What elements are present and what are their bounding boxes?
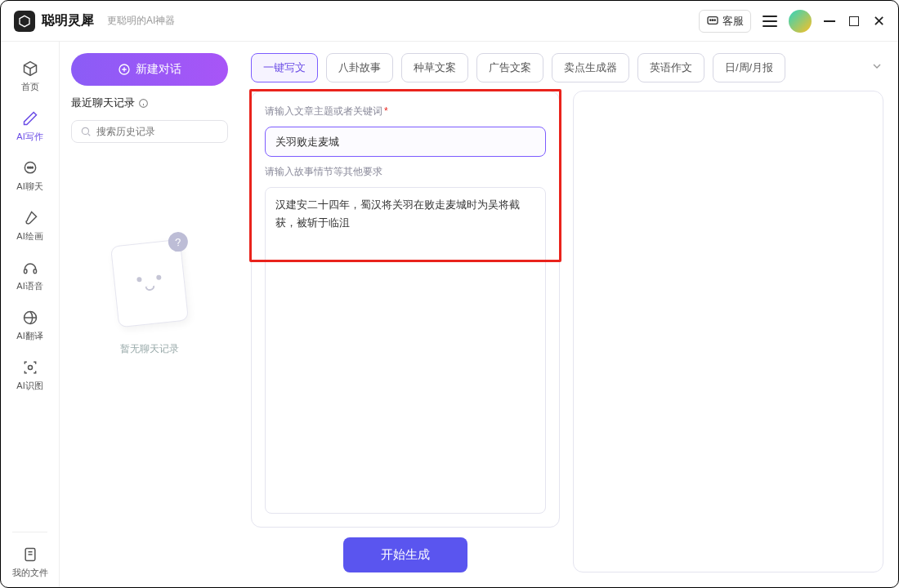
sidebar-item-label: 我的文件 xyxy=(12,567,48,579)
sidebar-item-label: 首页 xyxy=(21,81,39,93)
app-logo: 聪明灵犀 更聪明的AI神器 xyxy=(14,11,175,32)
pen-icon xyxy=(21,109,39,127)
generate-button[interactable]: 开始生成 xyxy=(343,537,467,572)
svg-point-9 xyxy=(31,167,33,168)
sidebar-item-files[interactable]: 我的文件 xyxy=(1,537,59,587)
brush-icon xyxy=(21,209,39,227)
detail-label: 请输入故事情节等其他要求 xyxy=(265,165,546,179)
chip-english[interactable]: 英语作文 xyxy=(637,53,704,82)
sidebar-item-label: AI聊天 xyxy=(16,180,42,193)
svg-marker-0 xyxy=(20,16,29,26)
chip-onekey[interactable]: 一键写文 xyxy=(251,53,318,82)
svg-point-3 xyxy=(712,20,713,20)
search-icon xyxy=(80,126,92,137)
sidebar-item-label: AI写作 xyxy=(16,131,42,143)
topic-label: 请输入文章主题或者关键词* xyxy=(265,105,546,118)
empty-illustration: ? xyxy=(110,239,189,327)
svg-rect-10 xyxy=(24,270,26,274)
logo-icon xyxy=(14,11,35,32)
chevron-down-icon xyxy=(870,60,883,73)
svg-point-17 xyxy=(82,127,88,134)
empty-state: ? 暂无聊天记录 xyxy=(71,153,228,587)
sidebar-item-label: AI翻译 xyxy=(16,330,42,342)
chip-seed[interactable]: 种草文案 xyxy=(401,53,468,82)
sidebar-item-label: AI语音 xyxy=(16,280,42,292)
sidebar-item-translate[interactable]: AI翻译 xyxy=(1,301,59,350)
titlebar: 聪明灵犀 更聪明的AI神器 客服 ✕ xyxy=(1,1,898,42)
sidebar-item-label: AI识图 xyxy=(16,380,42,392)
empty-text: 暂无聊天记录 xyxy=(120,342,179,356)
main-panel: 一键写文 八卦故事 种草文案 广告文案 卖点生成器 英语作文 日/周/月报 请输… xyxy=(239,42,898,587)
svg-point-4 xyxy=(714,20,715,20)
app-tagline: 更聪明的AI神器 xyxy=(107,14,175,28)
detail-textarea[interactable] xyxy=(265,187,546,514)
sidebar-item-label: AI绘画 xyxy=(16,230,42,243)
menu-icon[interactable] xyxy=(763,16,777,27)
template-chips: 一键写文 八卦故事 种草文案 广告文案 卖点生成器 英语作文 日/周/月报 xyxy=(251,53,883,82)
sidebar-item-chat[interactable]: AI聊天 xyxy=(1,151,59,201)
svg-rect-11 xyxy=(34,270,36,274)
support-button[interactable]: 客服 xyxy=(699,10,751,33)
search-input[interactable] xyxy=(96,126,219,137)
plus-circle-icon xyxy=(118,63,131,76)
translate-icon xyxy=(21,309,39,327)
chat-bubble-icon xyxy=(706,15,719,28)
chip-ads[interactable]: 广告文案 xyxy=(476,53,543,82)
sidebar-item-home[interactable]: 首页 xyxy=(1,51,59,101)
titlebar-actions: 客服 ✕ xyxy=(699,10,885,33)
sidebar-item-ocr[interactable]: AI识图 xyxy=(1,350,59,400)
headphone-icon xyxy=(21,259,39,277)
question-badge-icon: ? xyxy=(168,231,189,252)
search-input-wrap[interactable] xyxy=(71,120,228,143)
avatar[interactable] xyxy=(789,10,812,33)
chip-gossip[interactable]: 八卦故事 xyxy=(326,53,393,82)
svg-point-13 xyxy=(28,366,32,370)
minimize-button[interactable] xyxy=(823,16,836,27)
close-icon: ✕ xyxy=(873,12,885,30)
new-chat-label: 新建对话 xyxy=(136,62,181,77)
sidebar-item-voice[interactable]: AI语音 xyxy=(1,251,59,301)
chat-icon xyxy=(21,159,39,177)
info-icon xyxy=(138,98,149,109)
form-card: 请输入文章主题或者关键词* 请输入故事情节等其他要求 xyxy=(251,91,560,528)
sidebar-item-write[interactable]: AI写作 xyxy=(1,101,59,151)
sidebar-item-paint[interactable]: AI绘画 xyxy=(1,201,59,251)
svg-point-8 xyxy=(29,167,31,168)
close-button[interactable]: ✕ xyxy=(872,16,885,27)
chips-expand[interactable] xyxy=(870,60,883,76)
file-icon xyxy=(21,546,39,564)
maximize-button[interactable] xyxy=(848,16,861,27)
app-title: 聪明灵犀 xyxy=(42,12,94,29)
sidebar: 首页 AI写作 AI聊天 AI绘画 AI语音 AI翻译 AI识图 xyxy=(1,42,60,587)
topic-input[interactable] xyxy=(265,127,546,157)
new-chat-button[interactable]: 新建对话 xyxy=(71,53,228,86)
svg-point-7 xyxy=(27,167,29,168)
cube-icon xyxy=(21,60,39,78)
svg-point-2 xyxy=(710,20,711,20)
chip-selling[interactable]: 卖点生成器 xyxy=(552,53,629,82)
support-label: 客服 xyxy=(722,14,744,29)
svg-point-16 xyxy=(140,99,148,107)
result-card xyxy=(573,91,883,572)
recent-panel: 新建对话 最近聊天记录 ? 暂无聊天记录 xyxy=(60,42,239,587)
recent-heading: 最近聊天记录 xyxy=(71,96,228,110)
scan-icon xyxy=(21,359,39,376)
chip-report[interactable]: 日/周/月报 xyxy=(713,53,785,82)
